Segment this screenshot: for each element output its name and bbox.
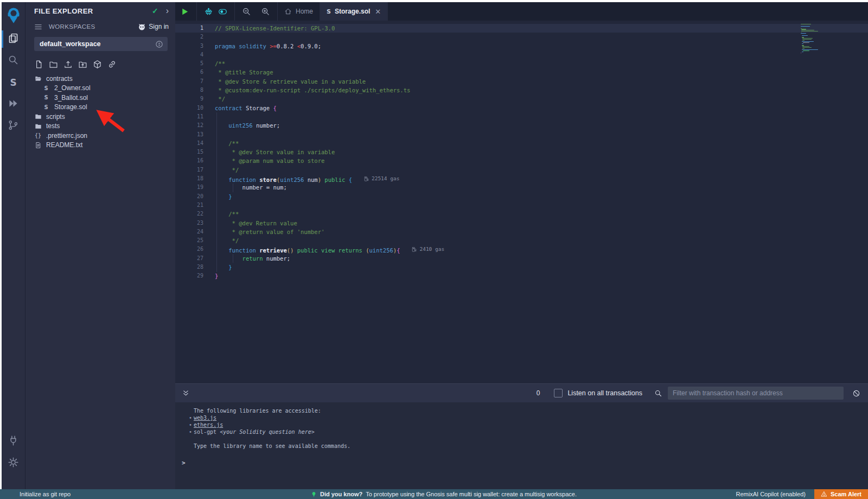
workspace-name: default_workspace (40, 40, 155, 48)
ai-copilot-robot-icon[interactable] (199, 2, 218, 21)
tree-item-label: scripts (46, 113, 65, 121)
code-line: * @dev Store & retrieve value in a varia… (215, 77, 797, 86)
tree-item-tests[interactable]: tests (25, 122, 175, 131)
cube-icon[interactable] (93, 60, 102, 69)
indent-guide (233, 254, 233, 263)
code-line: */ (215, 94, 797, 103)
scam-alert-button[interactable]: Scam Alert (814, 489, 868, 499)
search-icon[interactable] (2, 50, 25, 72)
listen-checkbox[interactable] (554, 389, 563, 397)
code-line: } (215, 271, 797, 280)
terminal-line: The following libraries are accessible: (194, 407, 868, 414)
code-line: * @custom:dev-run-script ./scripts/deplo… (215, 86, 797, 94)
remix-logo-icon[interactable] (2, 2, 25, 28)
code-line (215, 112, 797, 121)
code-line: function store(uint256 num) public {2251… (215, 174, 797, 183)
workspace-select[interactable]: default_workspace (34, 37, 168, 51)
code-line: uint256 number; (215, 121, 797, 130)
sign-in-button[interactable]: Sign in (138, 23, 169, 31)
terminal-line: •web3.js (194, 414, 868, 421)
workspaces-menu-icon[interactable] (34, 23, 42, 31)
transaction-count: 0 (537, 389, 540, 397)
code-line: pragma solidity >=0.8.2 <0.9.0; (215, 42, 797, 50)
tree-item-2-owner-sol[interactable]: S2_Owner.sol (25, 84, 175, 93)
run-script-button[interactable] (175, 2, 194, 21)
warning-icon (821, 491, 827, 497)
tree-item-scripts[interactable]: scripts (25, 112, 175, 122)
terminal-line: •sol-gpt <your Solidity question here> (194, 428, 868, 435)
lightbulb-icon (311, 491, 317, 497)
home-icon (284, 8, 292, 15)
tree-item-readme-txt[interactable]: README.txt (25, 141, 175, 150)
code-line (215, 33, 797, 41)
transaction-filter-input[interactable] (668, 387, 844, 400)
zoom-out-icon[interactable] (237, 2, 256, 21)
clear-console-icon[interactable] (852, 389, 860, 397)
upload-folder-icon[interactable] (78, 60, 87, 69)
code-line (215, 201, 797, 210)
json-file-icon: {} (34, 132, 42, 140)
upload-file-icon[interactable] (63, 60, 73, 69)
tree-item-label: contracts (46, 75, 73, 83)
collapse-terminal-icon[interactable] (182, 389, 190, 397)
code-line: contract Storage { (215, 104, 797, 112)
remix-ide-window: S FILE EXPLORER ✓ › WORKSPACES Sign in d… (2, 2, 868, 489)
terminal-prompt[interactable]: > (182, 459, 186, 466)
code-editor[interactable]: 1234567891011121314151617181920212223242… (175, 21, 868, 383)
zoom-in-icon[interactable] (256, 2, 275, 21)
code-line: * @dev Return value (215, 219, 797, 228)
deploy-run-icon[interactable] (2, 93, 25, 115)
ai-copilot-toggle[interactable] (218, 2, 232, 21)
panel-title: FILE EXPLORER (34, 7, 152, 15)
tree-item-label: README.txt (46, 141, 82, 149)
code-line: } (215, 263, 797, 271)
code-line: * @return value of 'number' (215, 228, 797, 236)
tree-item-3-ballot-sol[interactable]: S3_Ballot.sol (25, 93, 175, 103)
new-folder-icon[interactable] (49, 60, 58, 69)
workspace-sort-icon (155, 40, 163, 48)
tab-home[interactable]: Home (278, 2, 320, 21)
minimap[interactable] (801, 24, 846, 53)
code-line: * @title Storage (215, 68, 797, 77)
tab-storage-sol[interactable]: S Storage.sol ✕ (320, 2, 388, 21)
copilot-status[interactable]: RemixAI Copilot (enabled) (736, 491, 806, 497)
terminal-line: •ethers.js (194, 421, 868, 428)
workspaces-label: WORKSPACES (49, 23, 138, 30)
code-line: number = num; (215, 183, 797, 192)
code-line: /** (215, 139, 797, 148)
git-init-button[interactable]: Initialize as git repo (20, 491, 311, 497)
terminal-link[interactable]: ethers.js (194, 422, 223, 428)
settings-icon[interactable] (2, 452, 25, 474)
code-line: */ (215, 166, 797, 174)
tree-item-label: tests (46, 122, 60, 130)
git-icon[interactable] (2, 115, 25, 137)
file-explorer-panel: FILE EXPLORER ✓ › WORKSPACES Sign in def… (25, 2, 175, 489)
code-line: } (215, 192, 797, 201)
tree-item-contracts[interactable]: contracts (25, 74, 175, 84)
solidity-file-icon: S (42, 103, 50, 111)
terminal-link[interactable]: web3.js (194, 415, 216, 421)
link-icon[interactable] (107, 60, 117, 69)
close-tab-icon[interactable]: ✕ (375, 8, 381, 16)
terminal-search-icon[interactable] (654, 389, 662, 397)
github-icon (138, 23, 146, 31)
tree-item-label: 2_Owner.sol (54, 84, 91, 92)
tree-item-label: 3_Ballot.sol (54, 94, 88, 102)
solidity-file-icon: S (42, 94, 50, 102)
folder-icon (34, 113, 42, 121)
editor-tabbar: Home S Storage.sol ✕ (175, 2, 868, 21)
terminal[interactable]: The following libraries are accessible:•… (175, 402, 868, 489)
tree-item--prettierrc-json[interactable]: {}.prettierrc.json (25, 131, 175, 141)
chevron-right-icon[interactable]: › (166, 6, 169, 16)
file-tree: contractsS2_Owner.solS3_Ballot.solSStora… (25, 74, 175, 150)
plugin-manager-icon[interactable] (2, 431, 25, 452)
file-explorer-icon[interactable] (2, 28, 25, 50)
code-line: * @dev Store value in variable (215, 148, 797, 156)
main-area: Home S Storage.sol ✕ 1234567891011121314… (175, 2, 868, 489)
terminal-line: Type the library name to see available c… (194, 443, 868, 450)
solidity-file-icon: S (42, 84, 50, 92)
tree-item-storage-sol[interactable]: SStorage.sol (25, 103, 175, 112)
code-line (215, 50, 797, 59)
solidity-compiler-icon[interactable]: S (2, 72, 25, 93)
new-file-icon[interactable] (34, 60, 43, 69)
